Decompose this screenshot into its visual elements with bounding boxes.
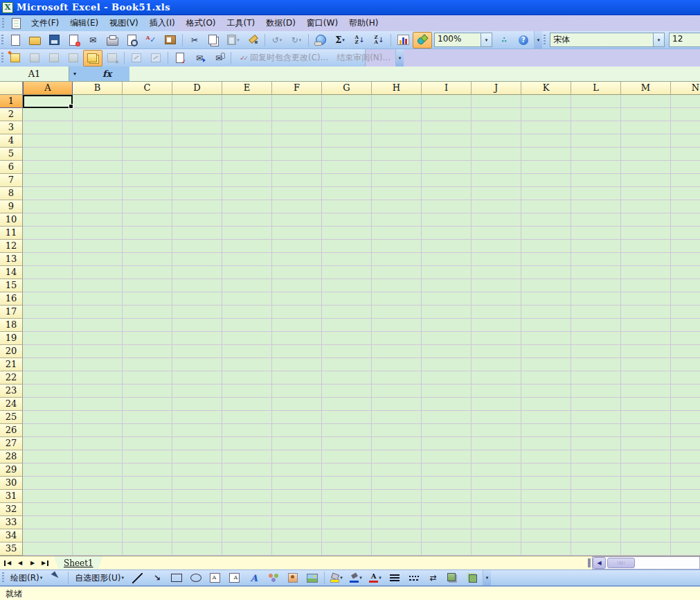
cell-F15[interactable] xyxy=(272,279,322,292)
cell-L19[interactable] xyxy=(571,332,621,345)
cell-M22[interactable] xyxy=(621,371,671,385)
scrollbar-track[interactable] xyxy=(636,557,699,569)
cell-I19[interactable] xyxy=(422,332,472,345)
name-box-dropdown[interactable]: ▾ xyxy=(69,71,80,77)
cell-A5[interactable] xyxy=(23,148,73,161)
cell-L15[interactable] xyxy=(571,279,621,292)
cell-F9[interactable] xyxy=(272,200,322,213)
cell-C4[interactable] xyxy=(123,134,172,148)
column-header-N[interactable]: N xyxy=(671,82,700,95)
cell-C9[interactable] xyxy=(123,200,172,213)
cell-M24[interactable] xyxy=(621,398,671,411)
cell-N4[interactable] xyxy=(671,134,700,148)
row-header-20[interactable]: 20 xyxy=(0,345,23,358)
standard-toolbar-options[interactable]: ▾ xyxy=(534,31,542,48)
cell-G6[interactable] xyxy=(322,161,372,174)
cell-J34[interactable] xyxy=(472,529,521,542)
shadow-style-button[interactable] xyxy=(443,570,463,586)
cell-A6[interactable] xyxy=(23,161,73,174)
cell-A16[interactable] xyxy=(23,292,73,306)
cell-F20[interactable] xyxy=(272,345,322,358)
spelling-button[interactable]: ✓ xyxy=(141,32,161,48)
undo-button[interactable]: ↺▾ xyxy=(267,32,287,48)
cell-D6[interactable] xyxy=(172,161,222,174)
workbook-button[interactable] xyxy=(6,15,26,32)
sort-descending-button[interactable] xyxy=(369,32,388,48)
cell-A1[interactable] xyxy=(23,95,73,108)
cell-E26[interactable] xyxy=(222,424,272,437)
cell-A14[interactable] xyxy=(23,266,73,279)
cell-E29[interactable] xyxy=(222,464,272,477)
cell-K6[interactable] xyxy=(521,161,571,174)
cell-C26[interactable] xyxy=(123,424,172,437)
oval-button[interactable] xyxy=(186,570,206,586)
select-objects-button[interactable] xyxy=(46,570,66,586)
cell-B29[interactable] xyxy=(73,464,123,477)
cell-H31[interactable] xyxy=(372,490,422,503)
cell-N15[interactable] xyxy=(671,279,700,292)
cell-A19[interactable] xyxy=(23,332,73,345)
cell-H32[interactable] xyxy=(372,503,422,516)
cell-I32[interactable] xyxy=(422,503,472,516)
cell-F8[interactable] xyxy=(272,187,322,200)
sheet-tab-sheet1[interactable]: Sheet1 xyxy=(54,556,103,570)
cell-D20[interactable] xyxy=(172,345,222,358)
cell-B30[interactable] xyxy=(73,477,123,490)
cell-L16[interactable] xyxy=(571,292,621,306)
row-header-24[interactable]: 24 xyxy=(0,398,23,411)
cell-D22[interactable] xyxy=(172,371,222,385)
cell-F29[interactable] xyxy=(272,464,322,477)
end-review-button[interactable]: 结束审阅(N)... xyxy=(332,51,395,65)
row-header-22[interactable]: 22 xyxy=(0,371,23,385)
cell-M21[interactable] xyxy=(621,358,671,371)
cell-C16[interactable] xyxy=(123,292,172,306)
arrow-button[interactable]: ↘ xyxy=(147,570,167,586)
cell-L26[interactable] xyxy=(571,424,621,437)
cell-H6[interactable] xyxy=(372,161,422,174)
cell-M13[interactable] xyxy=(621,253,671,266)
cell-I9[interactable] xyxy=(422,200,472,213)
cell-E17[interactable] xyxy=(222,306,272,319)
cell-B8[interactable] xyxy=(73,187,123,200)
cell-G22[interactable] xyxy=(322,371,372,385)
cell-B35[interactable] xyxy=(73,542,123,556)
cell-A20[interactable] xyxy=(23,345,73,358)
cell-F22[interactable] xyxy=(272,371,322,385)
next-sheet-button[interactable]: ▶ xyxy=(26,557,39,570)
cell-N23[interactable] xyxy=(671,385,700,398)
menu-tools[interactable]: 工具(T) xyxy=(222,15,261,31)
cell-N17[interactable] xyxy=(671,306,700,319)
cell-A2[interactable] xyxy=(23,108,73,121)
cell-L27[interactable] xyxy=(571,437,621,450)
row-header-5[interactable]: 5 xyxy=(0,148,23,161)
cell-E34[interactable] xyxy=(222,529,272,542)
cell-N8[interactable] xyxy=(671,187,700,200)
cell-C23[interactable] xyxy=(123,385,172,398)
cell-G1[interactable] xyxy=(322,95,372,108)
row-header-16[interactable]: 16 xyxy=(0,292,23,306)
cell-A24[interactable] xyxy=(23,398,73,411)
cell-A22[interactable] xyxy=(23,371,73,385)
cell-E9[interactable] xyxy=(222,200,272,213)
cell-L25[interactable] xyxy=(571,411,621,424)
cell-C2[interactable] xyxy=(123,108,172,121)
cell-G2[interactable] xyxy=(322,108,372,121)
cell-B19[interactable] xyxy=(73,332,123,345)
new-file-button[interactable] xyxy=(6,32,25,48)
cell-J7[interactable] xyxy=(472,174,521,187)
cell-D12[interactable] xyxy=(172,240,222,253)
cell-J8[interactable] xyxy=(472,187,521,200)
research-button[interactable] xyxy=(161,32,180,48)
column-header-I[interactable]: I xyxy=(422,82,472,95)
cell-L10[interactable] xyxy=(571,213,621,227)
cell-H25[interactable] xyxy=(372,411,422,424)
cell-N34[interactable] xyxy=(671,529,700,542)
cell-G5[interactable] xyxy=(322,148,372,161)
cell-N33[interactable] xyxy=(671,516,700,529)
row-header-13[interactable]: 13 xyxy=(0,253,23,266)
cell-B11[interactable] xyxy=(73,227,123,240)
cell-M19[interactable] xyxy=(621,332,671,345)
cell-H14[interactable] xyxy=(372,266,422,279)
row-header-33[interactable]: 33 xyxy=(0,516,23,529)
cell-J24[interactable] xyxy=(472,398,521,411)
